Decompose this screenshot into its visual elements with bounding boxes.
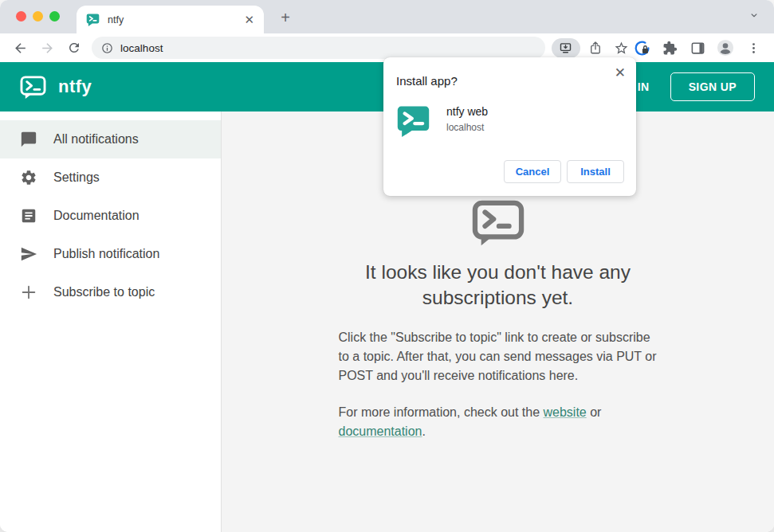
plus-icon xyxy=(19,283,38,302)
empty-state-heading: It looks like you don't have any subscri… xyxy=(311,260,686,311)
maximize-window-button[interactable] xyxy=(49,11,60,22)
dialog-title: Install app? xyxy=(396,74,458,88)
new-tab-button[interactable]: + xyxy=(276,8,295,27)
reload-button[interactable] xyxy=(65,38,84,57)
dialog-buttons: Cancel Install xyxy=(504,160,624,183)
sign-up-button[interactable]: SIGN UP xyxy=(670,72,755,101)
sidebar-item-label: All notifications xyxy=(53,132,139,147)
install-button[interactable]: Install xyxy=(567,160,624,183)
install-app-dialog: Install app? ✕ ntfy web localhost Cancel… xyxy=(383,57,636,196)
sidebar-item-subscribe-to-topic[interactable]: Subscribe to topic xyxy=(0,273,221,311)
traffic-lights xyxy=(16,11,60,22)
browser-window: ntfy ✕ + localhost xyxy=(0,0,774,532)
gear-icon xyxy=(19,168,38,187)
sidebar-item-label: Publish notification xyxy=(53,247,159,261)
minimize-window-button[interactable] xyxy=(33,11,43,22)
sidebar: All notifications Settings Documentation… xyxy=(0,111,222,532)
dialog-app-row: ntfy web localhost xyxy=(396,104,488,138)
sidebar-item-all-notifications[interactable]: All notifications xyxy=(0,120,221,158)
extensions-puzzle-icon[interactable] xyxy=(660,38,679,57)
bookmark-star-icon[interactable] xyxy=(610,37,632,58)
tab-title: ntfy xyxy=(108,14,244,25)
side-panel-icon[interactable] xyxy=(688,38,707,57)
ntfy-logo-icon xyxy=(19,75,47,100)
tab-close-icon[interactable]: ✕ xyxy=(244,14,254,25)
more-info-text: . xyxy=(422,424,425,438)
empty-state-paragraph: Click the "Subscribe to topic" link to c… xyxy=(339,328,658,385)
documentation-link[interactable]: documentation xyxy=(339,424,422,438)
ntfy-empty-state-logo-icon xyxy=(470,199,527,248)
app-title: ntfy xyxy=(58,76,92,97)
close-window-button[interactable] xyxy=(16,11,26,22)
toolbar-right-icons xyxy=(632,38,763,57)
sidebar-item-label: Subscribe to topic xyxy=(53,285,155,299)
website-link[interactable]: website xyxy=(544,405,587,419)
tab-strip: ntfy ✕ + xyxy=(0,0,774,33)
dialog-close-icon[interactable]: ✕ xyxy=(615,65,626,81)
browser-menu-kebab-icon[interactable] xyxy=(744,38,763,57)
chat-bubble-icon xyxy=(19,130,38,149)
sidebar-item-settings[interactable]: Settings xyxy=(0,158,221,197)
sidebar-item-label: Documentation xyxy=(53,209,139,223)
install-app-button[interactable] xyxy=(552,38,580,58)
cancel-button[interactable]: Cancel xyxy=(504,160,561,183)
password-extension-icon[interactable] xyxy=(632,38,651,57)
sidebar-item-publish-notification[interactable]: Publish notification xyxy=(0,235,221,273)
url-text: localhost xyxy=(120,42,163,54)
empty-state-more-info: For more information, check out the webs… xyxy=(339,403,658,441)
send-icon xyxy=(19,244,38,264)
sidebar-item-documentation[interactable]: Documentation xyxy=(0,197,221,235)
address-bar[interactable]: localhost xyxy=(92,37,545,59)
dialog-app-name: ntfy web xyxy=(446,105,488,118)
site-info-icon[interactable] xyxy=(101,42,113,54)
tab-search-chevron-icon[interactable] xyxy=(748,10,760,24)
article-icon xyxy=(19,206,38,225)
share-button[interactable] xyxy=(584,37,607,58)
forward-button[interactable] xyxy=(38,38,57,57)
ntfy-favicon-icon xyxy=(86,13,100,26)
ntfy-app-icon xyxy=(396,104,430,138)
more-info-text: or xyxy=(587,405,602,419)
profile-avatar-icon[interactable] xyxy=(716,38,735,57)
back-button[interactable] xyxy=(11,38,30,57)
more-info-text: For more information, check out the xyxy=(339,405,544,419)
dialog-app-origin: localhost xyxy=(446,122,488,133)
sidebar-item-label: Settings xyxy=(53,170,100,185)
browser-tab-ntfy[interactable]: ntfy ✕ xyxy=(77,6,264,33)
